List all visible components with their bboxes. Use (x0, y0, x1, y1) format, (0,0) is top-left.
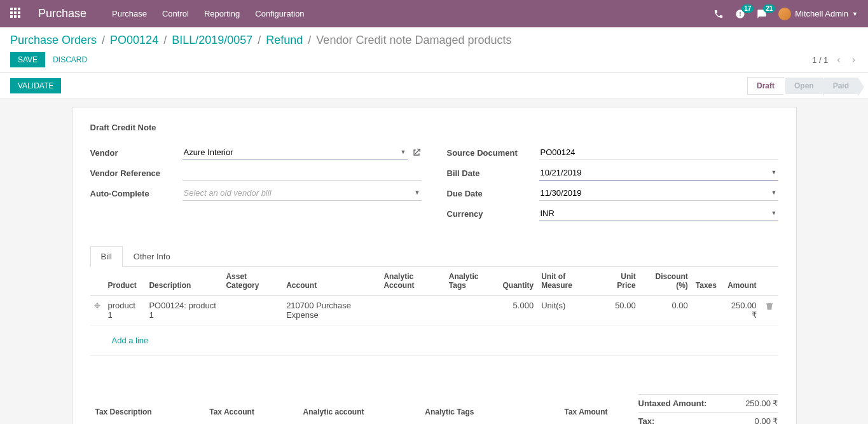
tax-label: Tax: (638, 416, 655, 424)
avatar (778, 8, 791, 20)
menu-control[interactable]: Control (162, 9, 189, 18)
user-name: Mitchell Admin (795, 9, 848, 18)
th-taxes: Taxes (692, 267, 720, 296)
status-steps: Draft Open Paid (746, 77, 858, 95)
th-asset-category: Asset Category (222, 267, 282, 296)
label-vendor-reference: Vendor Reference (90, 168, 183, 178)
cell-account[interactable]: 210700 Purchase Expense (282, 296, 380, 325)
breadcrumb: Purchase Orders/ PO00124/ BILL/2019/0057… (10, 34, 858, 47)
top-menu: Purchase Control Reporting Configuration (112, 9, 305, 18)
th-tax-analytic-tags: Analytic Tags (421, 395, 521, 424)
label-vendor: Vendor (90, 148, 183, 158)
activities-badge: 17 (741, 4, 754, 13)
untaxed-value: 250.00 ₹ (745, 399, 778, 408)
cell-taxes[interactable] (692, 296, 720, 325)
chevron-down-icon: ▼ (852, 11, 858, 17)
drag-handle-icon[interactable]: ✥ (94, 301, 100, 310)
tab-other-info[interactable]: Other Info (123, 246, 181, 267)
vendor-reference-field[interactable] (183, 165, 422, 181)
pager-prev[interactable]: ‹ (834, 54, 843, 65)
due-date-field[interactable] (539, 186, 778, 201)
status-open[interactable]: Open (785, 78, 823, 94)
external-link-icon[interactable] (411, 147, 422, 158)
breadcrumb-current: Vendor Credit note Damaged products (316, 34, 511, 47)
form-col-right: Source Document Bill Date ▼ Due Date (447, 145, 778, 226)
bill-date-field[interactable] (539, 165, 778, 181)
th-tax-account: Tax Account (205, 395, 298, 424)
apps-icon[interactable] (10, 8, 23, 20)
sheet-title: Draft Credit Note (90, 123, 778, 132)
cell-quantity[interactable]: 5.000 (499, 296, 537, 325)
validate-button[interactable]: Validate (10, 78, 61, 93)
breadcrumb-purchase-orders[interactable]: Purchase Orders (10, 34, 97, 47)
discard-button[interactable]: Discard (45, 52, 95, 67)
breadcrumb-bill[interactable]: BILL/2019/0057 (172, 34, 252, 47)
vendor-field[interactable] (183, 145, 408, 160)
th-tax-description: Tax Description (92, 395, 205, 424)
cell-discount[interactable]: 0.00 (640, 296, 692, 325)
cell-analytic-tags[interactable] (445, 296, 499, 325)
untaxed-label: Untaxed Amount: (638, 399, 707, 408)
label-due-date: Due Date (447, 189, 539, 198)
menu-purchase[interactable]: Purchase (112, 9, 147, 18)
label-currency: Currency (447, 209, 539, 219)
th-analytic-tags: Analytic Tags (445, 267, 499, 296)
summary: Untaxed Amount: 250.00 ₹ Tax: 0.00 ₹ (638, 394, 778, 424)
sheet: Draft Credit Note Vendor ▼ Vendor Refere… (72, 107, 797, 424)
th-product: Product (104, 267, 146, 296)
delete-icon[interactable] (764, 301, 775, 310)
source-document-field[interactable] (539, 145, 778, 160)
bottom-section: Tax Description Tax Account Analytic acc… (90, 394, 778, 424)
breadcrumb-refund[interactable]: Refund (266, 34, 303, 47)
table-row[interactable]: ✥ product 1 PO00124: product 1 210700 Pu… (90, 296, 778, 325)
tax-table: Tax Description Tax Account Analytic acc… (90, 394, 613, 424)
messages-icon[interactable]: 21 (757, 8, 767, 19)
content: Draft Credit Note Vendor ▼ Vendor Refere… (0, 99, 868, 424)
topbar: Purchase Purchase Control Reporting Conf… (0, 0, 868, 27)
tab-bill[interactable]: Bill (90, 246, 123, 267)
pager-next[interactable]: › (850, 54, 858, 65)
activities-icon[interactable]: 17 (735, 8, 745, 19)
th-analytic-account: Analytic Account (380, 267, 444, 296)
th-account: Account (282, 267, 380, 296)
pager-text: 1 / 1 (812, 55, 828, 65)
label-source-document: Source Document (447, 148, 539, 158)
phone-icon[interactable] (713, 8, 724, 19)
label-bill-date: Bill Date (447, 168, 539, 178)
auto-complete-field[interactable] (183, 186, 422, 201)
cell-amount: 250.00 ₹ (720, 296, 761, 325)
menu-reporting[interactable]: Reporting (204, 9, 240, 18)
breadcrumb-po[interactable]: PO00124 (110, 34, 158, 47)
user-menu[interactable]: Mitchell Admin ▼ (778, 8, 858, 20)
tax-value: 0.00 ₹ (755, 416, 778, 424)
form-col-left: Vendor ▼ Vendor Reference Auto-Complete (90, 145, 422, 226)
th-tax-amount: Tax Amount (522, 395, 612, 424)
save-button[interactable]: Save (10, 52, 45, 67)
th-tax-analytic-account: Analytic account (299, 395, 420, 424)
currency-field[interactable] (539, 206, 778, 221)
th-quantity: Quantity (499, 267, 537, 296)
th-description: Description (145, 267, 222, 296)
cell-description[interactable]: PO00124: product 1 (145, 296, 222, 325)
menu-configuration[interactable]: Configuration (255, 9, 304, 18)
topbar-right: 17 21 Mitchell Admin ▼ (713, 8, 858, 20)
cell-uom[interactable]: Unit(s) (537, 296, 598, 325)
status-draft[interactable]: Draft (747, 77, 784, 95)
th-uom: Unit of Measure (537, 267, 598, 296)
controls-row: Save Discard 1 / 1 ‹ › (10, 52, 858, 72)
cell-analytic-account[interactable] (380, 296, 444, 325)
cell-product[interactable]: product 1 (104, 296, 146, 325)
cell-unit-price[interactable]: 50.00 (598, 296, 640, 325)
status-paid[interactable]: Paid (824, 78, 858, 94)
form-grid: Vendor ▼ Vendor Reference Auto-Complete (90, 145, 778, 226)
add-line-button[interactable]: Add a line (108, 331, 153, 350)
cell-asset-category[interactable] (222, 296, 282, 325)
app-title: Purchase (38, 7, 86, 20)
statusbar: Validate Draft Open Paid (0, 73, 868, 99)
th-amount: Amount (720, 267, 761, 296)
label-auto-complete: Auto-Complete (90, 189, 183, 198)
th-discount: Discount (%) (640, 267, 692, 296)
invoice-lines-table: Product Description Asset Category Accou… (90, 267, 778, 356)
messages-badge: 21 (763, 4, 775, 13)
pager: 1 / 1 ‹ › (812, 54, 858, 65)
